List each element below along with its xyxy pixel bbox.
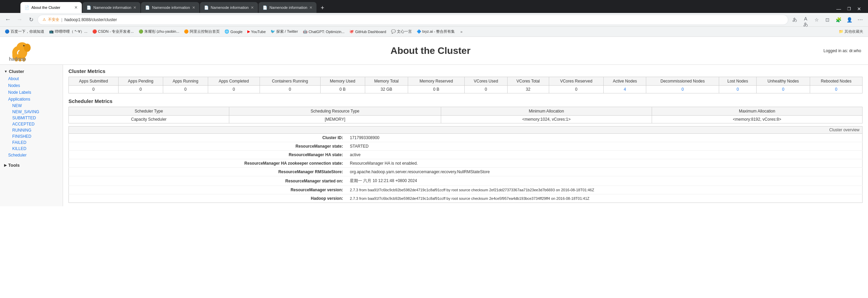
account-button[interactable]: あ xyxy=(790,15,800,25)
bookmark-github[interactable]: 🐙 GitHub Dashboard xyxy=(347,29,388,34)
sth-max-allocation: Maximum Allocation xyxy=(652,107,862,116)
td-lost-nodes[interactable]: 0 xyxy=(719,86,757,93)
browser-tab-2[interactable]: 📄 Namenode information ✕ xyxy=(82,2,140,13)
address-bar[interactable]: ⚠ 不安全 | hadoop1:8088/cluster/cluster xyxy=(37,15,788,25)
bookmark-google[interactable]: 🌐 Google xyxy=(222,29,244,34)
overview-label-hadoop-version: Hadoop version: xyxy=(69,194,347,203)
td-rebooted-nodes[interactable]: 0 xyxy=(810,86,863,93)
tools-arrow-icon: ▶ xyxy=(4,163,7,167)
sidebar-nodelabels-link[interactable]: Node Labels xyxy=(0,89,63,96)
tab3-close[interactable]: ✕ xyxy=(192,5,195,10)
split-view-button[interactable]: ⊡ xyxy=(822,15,833,25)
aliyun-favicon: 🟠 xyxy=(184,29,189,34)
td-vcores-total: 32 xyxy=(507,86,549,93)
th-containers-running: Containers Running xyxy=(260,77,320,86)
cluster-metrics-section: Cluster Metrics Apps Submitted Apps Pend… xyxy=(68,68,863,93)
browser-tab-1[interactable]: 📄 About the Cluster ✕ xyxy=(20,2,82,13)
menu-button[interactable]: ⋯ xyxy=(855,15,865,25)
svg-point-2 xyxy=(24,44,31,52)
td-vcores-reserved: 0 xyxy=(549,86,604,93)
cluster-header[interactable]: ▼ Cluster xyxy=(0,68,63,75)
translate-button[interactable]: Aあ xyxy=(801,15,811,25)
sidebar-failed-link[interactable]: FAILED xyxy=(0,139,63,146)
tab1-favicon: 📄 xyxy=(25,5,29,10)
bookmarks-more-button[interactable]: » xyxy=(459,29,464,34)
overview-value-started-on: 星期一 六月 10 12:21:48 +0800 2024 xyxy=(346,176,863,186)
bookmark-wenxin[interactable]: 💬 文心一言 xyxy=(389,28,414,35)
sidebar-scheduler-link[interactable]: Scheduler xyxy=(0,152,63,159)
bookmark-csdn[interactable]: 🔴 CSDN - 专业开发者... xyxy=(90,28,136,35)
std-scheduling-resource: [MEMORY] xyxy=(229,116,441,123)
browser-tab-5[interactable]: 📄 Namenode information ✕ xyxy=(259,2,316,13)
scheduler-metrics-title: Scheduler Metrics xyxy=(68,98,863,104)
browser-tab-3[interactable]: 📄 Namenode information ✕ xyxy=(141,2,199,13)
sidebar-accepted-link[interactable]: ACCEPTED xyxy=(0,121,63,127)
forward-button[interactable]: → xyxy=(14,15,25,25)
baidu-favicon: 🔵 xyxy=(5,29,10,34)
td-apps-pending: 0 xyxy=(118,86,163,93)
tab4-close[interactable]: ✕ xyxy=(251,5,254,10)
th-apps-running: Apps Running xyxy=(163,77,208,86)
url-display: hadoop1:8088/cluster/cluster xyxy=(64,17,117,22)
other-bookmarks-button[interactable]: 📁 其他收藏夹 xyxy=(837,28,865,35)
th-rebooted-nodes: Rebooted Nodes xyxy=(810,77,863,86)
cluster-metrics-table: Apps Submitted Apps Pending Apps Running… xyxy=(68,77,863,93)
sth-scheduler-type: Scheduler Type xyxy=(69,107,229,116)
sidebar-new-saving-link[interactable]: NEW_SAVING xyxy=(0,109,63,115)
sidebar-submitted-link[interactable]: SUBMITTED xyxy=(0,115,63,121)
td-active-nodes[interactable]: 4 xyxy=(604,86,646,93)
svg-text:hadoop: hadoop xyxy=(9,56,26,62)
sidebar-new-link[interactable]: NEW xyxy=(0,103,63,109)
td-unhealthy-nodes[interactable]: 0 xyxy=(757,86,810,93)
bookmark-twitter[interactable]: 🐦 探索 / Twitter xyxy=(268,28,300,35)
profile-button[interactable]: 👤 xyxy=(844,15,854,25)
cluster-overview-table: Cluster ID: 1717993308900 ResourceManage… xyxy=(68,133,863,203)
tab1-title: About the Cluster xyxy=(31,5,72,10)
sidebar-about-link[interactable]: About xyxy=(0,75,63,82)
bookmark-baidu[interactable]: 🔵 百度一下，你就知道 xyxy=(3,28,46,35)
csdn-favicon: 🔴 xyxy=(92,29,97,34)
refresh-button[interactable]: ↻ xyxy=(26,15,36,25)
overview-value-rmstate-store: org.apache.hadoop.yarn.server.resourcema… xyxy=(346,168,863,176)
tab2-close[interactable]: ✕ xyxy=(133,5,136,10)
th-vcores-used: VCores Used xyxy=(464,77,507,86)
close-button[interactable]: ✕ xyxy=(854,5,864,13)
minimize-button[interactable]: — xyxy=(834,5,844,13)
overview-value-zk-state: ResourceManager HA is not enabled. xyxy=(346,159,863,168)
bookmark-chatgpt[interactable]: 🤖 ChatGPT: Optimizin... xyxy=(301,29,347,34)
tab1-close[interactable]: ✕ xyxy=(74,5,78,10)
extensions-button[interactable]: 🧩 xyxy=(833,15,843,25)
overview-label-rm-state: ResourceManager state: xyxy=(69,142,347,151)
bookmark-button[interactable]: ☆ xyxy=(811,15,822,25)
bookmark-aliyun[interactable]: 🟠 阿里云控制台首页 xyxy=(182,28,222,35)
td-decommissioned-nodes[interactable]: 0 xyxy=(646,86,719,93)
sidebar: ▼ Cluster About Nodes Node Labels Applic… xyxy=(0,65,63,206)
tab5-close[interactable]: ✕ xyxy=(309,5,312,10)
tools-header[interactable]: ▶ Tools xyxy=(0,161,63,169)
maximize-button[interactable]: ❐ xyxy=(844,5,854,13)
page-header: hadoop About the Cluster Logged in as: d… xyxy=(0,37,868,65)
tab4-title: Namenode information xyxy=(211,5,249,10)
sidebar-running-link[interactable]: RUNNING xyxy=(0,127,63,133)
sidebar-killed-link[interactable]: KILLED xyxy=(0,146,63,152)
new-tab-button[interactable]: + xyxy=(317,3,328,13)
security-icon: ⚠ xyxy=(43,17,46,22)
sidebar-applications-link[interactable]: Applications xyxy=(0,96,63,103)
chatgpt-favicon: 🤖 xyxy=(303,29,308,34)
sidebar-nodes-link[interactable]: Nodes xyxy=(0,82,63,89)
github-favicon: 🐙 xyxy=(349,29,354,34)
sidebar-finished-link[interactable]: FINISHED xyxy=(0,133,63,139)
overview-row-started-on: ResourceManager started on: 星期一 六月 10 12… xyxy=(69,176,863,186)
bookmark-youtube[interactable]: ▶ YouTube xyxy=(245,29,268,34)
bookmark-user[interactable]: 🟢 朱耀彤 (zhu-yaobin... xyxy=(137,28,182,35)
std-scheduler-type: Capacity Scheduler xyxy=(69,116,229,123)
overview-row-zk-state: ResourceManager HA zookeeper connection … xyxy=(69,159,863,168)
back-button[interactable]: ← xyxy=(3,15,13,25)
bookmark-bilibili[interactable]: 📺 哔哩哔哩（ *･∀）... xyxy=(47,28,90,35)
cluster-metrics-title: Cluster Metrics xyxy=(68,68,863,74)
browser-tab-4[interactable]: 📄 Namenode information ✕ xyxy=(200,2,258,13)
std-max-allocation: <memory:8192, vCores:8> xyxy=(652,116,862,123)
bookmark-txyz[interactable]: 🔷 txyz.ai - 整合所有集 xyxy=(415,28,457,35)
scheduler-metrics-table: Scheduler Type Scheduling Resource Type … xyxy=(68,107,863,123)
std-min-allocation: <memory:1024, vCores:1> xyxy=(441,116,652,123)
